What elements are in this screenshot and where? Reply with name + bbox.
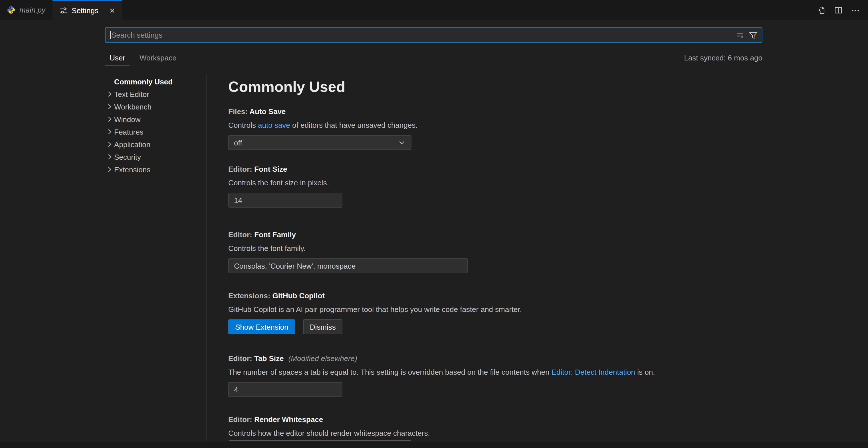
chevron-right-icon — [105, 90, 114, 99]
setting-description: Controls auto save of editors that have … — [228, 121, 417, 129]
search-input[interactable] — [111, 31, 736, 39]
settings-toc: Commonly Used Text Editor Workbench Wind… — [105, 75, 202, 176]
last-synced-label: Last synced: 6 mos ago — [684, 54, 763, 62]
setting-description: Controls how the editor should render wh… — [228, 429, 430, 438]
close-icon[interactable]: ✕ — [109, 7, 115, 14]
settings-search-box — [105, 27, 763, 43]
desc-text: is on. — [635, 368, 655, 377]
chevron-right-icon — [105, 152, 114, 161]
setting-description: Controls the font family. — [228, 244, 306, 253]
font-size-input[interactable] — [228, 193, 342, 207]
toc-item-extensions[interactable]: Extensions — [105, 163, 202, 176]
editor-actions — [817, 0, 868, 20]
dropdown-value: off — [234, 138, 242, 147]
setting-category: Files: — [228, 107, 249, 116]
setting-name: GitHub Copilot — [273, 291, 325, 300]
setting-label: Editor: Font Family — [228, 230, 296, 239]
toc-label: Features — [114, 127, 144, 136]
setting-description: Controls the font size in pixels. — [228, 179, 329, 187]
tab-size-input[interactable] — [228, 382, 342, 397]
show-extension-button[interactable]: Show Extension — [228, 319, 295, 334]
python-icon — [7, 6, 16, 14]
setting-name: Font Size — [254, 165, 287, 173]
settings-list: Commonly Used Files: Auto Save Controls … — [228, 66, 765, 441]
dismiss-button[interactable]: Dismiss — [303, 319, 343, 334]
setting-description: The number of spaces a tab is equal to. … — [228, 368, 655, 377]
split-editor-icon[interactable] — [834, 5, 843, 14]
toc-label: Security — [114, 153, 141, 161]
setting-category: Editor: — [228, 354, 254, 363]
detect-indentation-link[interactable]: Editor: Detect Indentation — [552, 368, 635, 377]
setting-category: Editor: — [228, 230, 254, 239]
desc-text: The number of spaces a tab is equal to. … — [228, 368, 552, 377]
tab-label: main.py — [20, 6, 45, 14]
setting-name: Tab Size — [254, 354, 284, 363]
open-settings-json-icon[interactable] — [817, 5, 826, 14]
tab-label: Settings — [72, 6, 98, 15]
setting-name: Auto Save — [249, 107, 286, 116]
scope-tab-label: User — [110, 54, 125, 62]
toc-label: Text Editor — [114, 90, 149, 98]
filter-icon[interactable] — [749, 31, 758, 40]
setting-control — [228, 193, 342, 207]
desc-text: GitHub Copilot is an AI pair programmer … — [228, 305, 522, 314]
bottom-strip — [0, 441, 868, 448]
chevron-right-icon — [105, 165, 114, 174]
settings-scope-bar: User Workspace Last synced: 6 mos ago — [105, 50, 763, 66]
chevron-down-icon — [398, 138, 406, 147]
tab-settings[interactable]: Settings ✕ — [52, 0, 122, 20]
toc-resize-sash[interactable] — [206, 74, 207, 441]
scope-tab-label: Workspace — [140, 54, 177, 62]
setting-label: Editor: Render Whitespace — [228, 415, 323, 424]
twistie-spacer — [105, 77, 114, 86]
toc-item-commonly-used[interactable]: Commonly Used — [105, 75, 202, 88]
setting-category: Extensions: — [228, 291, 273, 300]
vscode-settings-window: main.py Settings ✕ — [0, 0, 868, 448]
desc-text: Controls how the editor should render wh… — [228, 429, 430, 438]
desc-text: Controls the font size in pixels. — [228, 179, 329, 187]
toc-item-features[interactable]: Features — [105, 126, 202, 138]
tab-main-py[interactable]: main.py — [0, 0, 52, 20]
toc-label: Commonly Used — [114, 77, 173, 86]
settings-sliders-icon — [59, 6, 68, 15]
editor-tab-bar: main.py Settings ✕ — [0, 0, 868, 20]
chevron-right-icon — [105, 102, 114, 111]
toc-label: Window — [114, 115, 141, 124]
page-title: Commonly Used — [228, 78, 345, 96]
scope-tab-user[interactable]: User — [105, 50, 130, 66]
setting-label: Files: Auto Save — [228, 107, 286, 116]
toc-label: Application — [114, 140, 150, 149]
setting-name: Render Whitespace — [254, 415, 323, 424]
clear-search-results-icon[interactable] — [736, 31, 745, 40]
setting-control: Show Extension Dismiss — [228, 319, 343, 334]
setting-control — [228, 258, 468, 273]
toc-item-workbench[interactable]: Workbench — [105, 100, 202, 113]
setting-label: Editor: Tab Size(Modified elsewhere) — [228, 354, 357, 363]
desc-text: Controls — [228, 121, 258, 129]
auto-save-link[interactable]: auto save — [258, 121, 290, 129]
chevron-right-icon — [105, 127, 114, 136]
setting-control: off — [228, 135, 411, 150]
modified-elsewhere-tag: (Modified elsewhere) — [288, 354, 357, 363]
setting-category: Editor: — [228, 415, 254, 424]
chevron-right-icon — [105, 115, 114, 124]
search-actions — [736, 31, 762, 40]
scope-tab-workspace[interactable]: Workspace — [135, 50, 181, 66]
chevron-right-icon — [105, 140, 114, 149]
font-family-input[interactable] — [228, 258, 468, 273]
toc-item-application[interactable]: Application — [105, 138, 202, 151]
desc-text: Controls the font family. — [228, 244, 306, 253]
more-actions-icon[interactable] — [851, 5, 860, 14]
desc-text: of editors that have unsaved changes. — [290, 121, 418, 129]
auto-save-dropdown[interactable]: off — [228, 135, 411, 150]
setting-name: Font Family — [254, 230, 296, 239]
setting-label: Editor: Font Size — [228, 165, 287, 173]
setting-description: GitHub Copilot is an AI pair programmer … — [228, 305, 522, 314]
toc-item-window[interactable]: Window — [105, 113, 202, 126]
toc-item-security[interactable]: Security — [105, 151, 202, 163]
toc-item-text-editor[interactable]: Text Editor — [105, 88, 202, 100]
setting-category: Editor: — [228, 165, 254, 173]
toc-label: Workbench — [114, 102, 152, 111]
setting-control — [228, 382, 342, 397]
setting-label: Extensions: GitHub Copilot — [228, 291, 325, 300]
